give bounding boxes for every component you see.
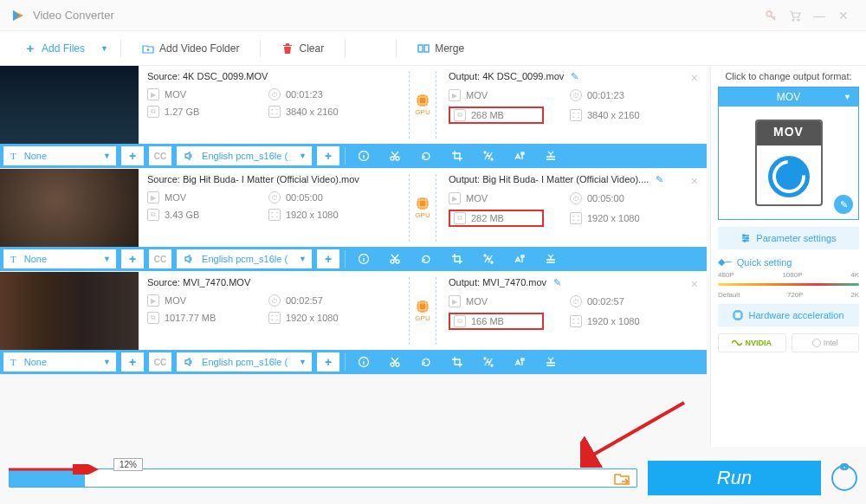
svg-rect-14 — [420, 201, 425, 206]
subtitle-select[interactable]: T None▼ — [3, 249, 116, 268]
merge-button[interactable]: Merge — [409, 39, 473, 58]
source-format: ▶MOV — [147, 191, 242, 204]
open-folder-icon[interactable] — [611, 469, 633, 488]
rename-icon[interactable]: ✎ — [553, 277, 561, 288]
progress-percent: 12% — [113, 458, 143, 471]
subtitle-select[interactable]: T None▼ — [3, 352, 116, 372]
clock-icon: ⏱ — [570, 89, 582, 101]
audio-select[interactable]: English pcm_s16le ( ▼ — [177, 352, 312, 372]
output-duration: ⏱00:01:23 — [570, 89, 624, 101]
minimize-icon[interactable]: — — [807, 3, 831, 28]
dim-icon: ⛶ — [570, 212, 582, 224]
size-icon: ⧉ — [454, 315, 466, 327]
subtitle-icon[interactable] — [538, 249, 564, 268]
schedule-icon[interactable] — [831, 465, 857, 491]
subtitle-icon[interactable] — [538, 146, 564, 165]
add-subtitle-button[interactable]: + — [121, 352, 144, 372]
output-filename: Output: 4K DSC_0099.mov✎ — [449, 71, 698, 82]
clear-button[interactable]: Clear — [273, 39, 333, 58]
file-item: Source: Big Hit Buda- I Matter (Official… — [0, 169, 707, 272]
file-item: Source: MVI_7470.MOV ▶MOV ⏱00:02:57 ⧉101… — [0, 272, 707, 375]
remove-item-icon[interactable]: × — [691, 277, 698, 291]
audio-select[interactable]: English pcm_s16le ( ▼ — [177, 249, 312, 268]
svg-point-31 — [744, 240, 746, 242]
dim-icon: ⛶ — [268, 209, 281, 221]
source-dimensions: ⛶3840 x 2160 — [268, 106, 364, 118]
rotate-icon[interactable] — [413, 249, 439, 268]
output-filename: Output: Big Hit Buda- I Matter (Official… — [449, 174, 698, 185]
crop-icon[interactable] — [444, 352, 470, 372]
add-video-folder-button[interactable]: Add Video Folder — [133, 39, 249, 58]
watermark-icon[interactable] — [507, 146, 533, 165]
format-icon: ▶ — [449, 192, 461, 204]
crop-icon[interactable] — [444, 249, 470, 268]
parameter-settings-button[interactable]: Parameter settings — [718, 227, 859, 249]
output-format-selector[interactable]: MOV▼ MOV ✎ — [718, 87, 859, 220]
video-thumbnail[interactable] — [0, 272, 139, 350]
sidebar: Click to change output format: MOV▼ MOV … — [710, 66, 866, 447]
remove-item-icon[interactable]: × — [691, 174, 698, 188]
subtitle-icon[interactable] — [538, 352, 564, 372]
cut-icon[interactable] — [382, 352, 408, 372]
titlebar: Video Converter — ✕ — [0, 0, 866, 31]
size-icon: ⧉ — [147, 312, 159, 324]
svg-point-2 — [798, 19, 799, 21]
app-title: Video Converter — [33, 9, 759, 22]
effect-icon[interactable] — [475, 249, 501, 268]
add-subtitle-button[interactable]: + — [121, 146, 144, 165]
source-format: ▶MOV — [147, 294, 242, 307]
output-format: ▶MOV — [449, 192, 544, 204]
cut-icon[interactable] — [382, 249, 408, 268]
add-audio-button[interactable]: + — [317, 249, 339, 268]
add-audio-button[interactable]: + — [317, 352, 339, 372]
cc-button[interactable]: CC — [149, 352, 171, 372]
close-window-icon[interactable]: ✕ — [831, 3, 856, 28]
output-filename: Output: MVI_7470.mov✎ — [449, 277, 698, 288]
rename-icon[interactable]: ✎ — [656, 174, 663, 184]
quick-setting-label: ◆─Quick setting — [718, 256, 859, 268]
hardware-accel-button[interactable]: Hardware acceleration — [718, 304, 859, 326]
dim-icon: ⛶ — [570, 315, 582, 327]
info-icon[interactable] — [351, 146, 377, 165]
dim-icon: ⛶ — [570, 109, 582, 121]
size-icon: ⧉ — [147, 106, 159, 118]
key-icon[interactable] — [759, 3, 783, 28]
svg-point-11 — [491, 158, 493, 160]
clock-icon: ⏱ — [268, 294, 281, 307]
rotate-icon[interactable] — [413, 146, 439, 165]
bottom-bar: 12% Run — [9, 461, 857, 495]
app-logo-icon — [10, 8, 26, 23]
run-button[interactable]: Run — [648, 461, 821, 495]
format-icon: ▶ — [147, 294, 159, 307]
cut-icon[interactable] — [382, 146, 408, 165]
remove-item-icon[interactable]: × — [691, 71, 698, 85]
effect-icon[interactable] — [475, 146, 501, 165]
effect-icon[interactable] — [475, 352, 501, 372]
rotate-icon[interactable] — [413, 352, 439, 372]
cart-icon[interactable] — [783, 3, 807, 28]
info-icon[interactable] — [351, 249, 377, 268]
svg-point-30 — [746, 237, 748, 239]
quality-slider[interactable]: 480P1080P4K Default720P2K — [718, 271, 859, 299]
edit-format-icon[interactable]: ✎ — [834, 195, 853, 214]
video-thumbnail[interactable] — [0, 169, 139, 247]
item-toolbar: T None▼ + CC English pcm_s16le ( ▼ + — [0, 350, 707, 374]
add-audio-button[interactable]: + — [317, 146, 339, 165]
rename-icon[interactable]: ✎ — [571, 71, 578, 81]
source-duration: ⏱00:05:00 — [268, 191, 323, 204]
cc-button[interactable]: CC — [149, 249, 171, 268]
progress-bar: 12% — [9, 468, 637, 488]
cc-button[interactable]: CC — [149, 146, 171, 165]
watermark-icon[interactable] — [507, 352, 533, 372]
clock-icon: ⏱ — [570, 295, 582, 307]
audio-select[interactable]: English pcm_s16le ( ▼ — [177, 146, 312, 165]
add-files-dropdown-icon[interactable]: ▼ — [100, 44, 108, 53]
subtitle-select[interactable]: T None▼ — [3, 146, 116, 165]
info-icon[interactable] — [351, 352, 377, 372]
video-thumbnail[interactable] — [0, 66, 139, 144]
add-subtitle-button[interactable]: + — [121, 249, 144, 268]
watermark-icon[interactable] — [507, 249, 533, 268]
crop-icon[interactable] — [444, 146, 470, 165]
svg-point-10 — [484, 152, 486, 153]
add-files-button[interactable]: +Add Files — [16, 39, 94, 58]
